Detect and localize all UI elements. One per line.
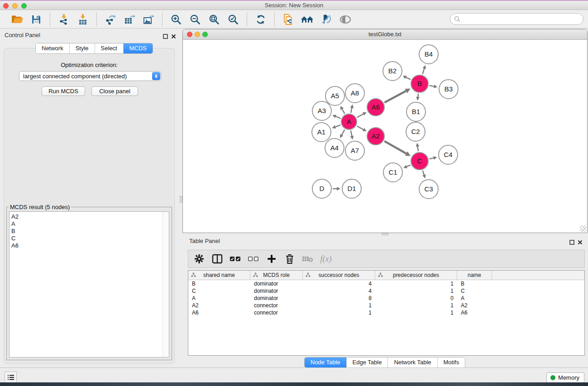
table-cell[interactable]: 8 bbox=[303, 295, 375, 302]
edge-C-C2[interactable] bbox=[418, 147, 418, 152]
table-cell[interactable]: dominator bbox=[250, 287, 303, 295]
delete-column-icon[interactable] bbox=[283, 252, 296, 266]
table-cell[interactable]: C bbox=[188, 287, 250, 295]
table-cell[interactable]: 1 bbox=[375, 287, 457, 295]
table-cell[interactable]: B bbox=[188, 280, 250, 287]
table-cell[interactable]: A bbox=[457, 295, 492, 302]
split-columns-icon[interactable] bbox=[211, 252, 224, 266]
add-column-icon[interactable] bbox=[265, 252, 278, 266]
edge-A-A6[interactable] bbox=[357, 114, 363, 118]
edge-B-B4[interactable] bbox=[422, 69, 424, 74]
edge-B-B2[interactable] bbox=[406, 77, 411, 80]
select-all-icon[interactable] bbox=[229, 252, 242, 266]
table-cell[interactable]: 4 bbox=[303, 287, 375, 295]
horizontal-splitter-handle[interactable] bbox=[382, 233, 388, 235]
tab-style[interactable]: Style bbox=[69, 43, 95, 53]
table-row[interactable]: A2connector11A2 bbox=[188, 302, 584, 309]
maximize-window-icon[interactable] bbox=[21, 3, 27, 9]
network-canvas[interactable]: B4B2BB3A5A8A6A3B1AC2A1A2A4A7CC1C4C3DD1 bbox=[183, 40, 587, 233]
refresh-icon[interactable] bbox=[253, 13, 268, 26]
task-history-button[interactable] bbox=[5, 372, 17, 383]
column-header-successor-nodes[interactable]: successor nodes bbox=[303, 271, 375, 280]
table-row[interactable]: Cdominator41C bbox=[188, 287, 584, 295]
edge-A-A3[interactable] bbox=[336, 116, 341, 118]
edge-C-C3[interactable] bbox=[423, 171, 424, 175]
network-minimize-icon[interactable] bbox=[195, 32, 200, 37]
show-graphics-icon[interactable] bbox=[338, 13, 353, 26]
close-panel-icon[interactable] bbox=[171, 33, 176, 41]
network-window-titlebar[interactable]: testGlobe.txt bbox=[183, 29, 587, 40]
home-networks-icon[interactable] bbox=[300, 13, 315, 26]
import-table-icon[interactable] bbox=[76, 13, 90, 26]
table-cell[interactable]: connector bbox=[250, 302, 303, 309]
import-network-icon[interactable] bbox=[57, 13, 71, 26]
table-row[interactable]: A6connector11A6 bbox=[188, 309, 584, 316]
column-header-MCDS-role[interactable]: MCDS role bbox=[250, 271, 303, 280]
resize-grip-icon[interactable] bbox=[580, 225, 586, 232]
gear-icon[interactable] bbox=[193, 252, 206, 266]
unselect-all-icon[interactable] bbox=[247, 252, 260, 266]
result-item[interactable]: C bbox=[11, 235, 169, 242]
result-item[interactable]: B bbox=[11, 228, 169, 235]
save-session-icon[interactable] bbox=[29, 13, 43, 26]
table-cell[interactable]: A bbox=[188, 295, 250, 302]
network-maximize-icon[interactable] bbox=[202, 32, 208, 37]
network-close-icon[interactable] bbox=[187, 32, 192, 37]
table-cell[interactable]: 0 bbox=[375, 295, 457, 302]
criterion-dropdown[interactable]: largest connected component (directed) bbox=[19, 71, 161, 81]
table-cell[interactable]: 1 bbox=[375, 280, 457, 287]
float-panel-icon[interactable] bbox=[163, 33, 168, 41]
export-table-icon[interactable] bbox=[122, 13, 137, 26]
table-cell[interactable]: A2 bbox=[457, 302, 492, 309]
table-cell[interactable]: A6 bbox=[457, 309, 492, 316]
tab-motifs[interactable]: Motifs bbox=[437, 357, 465, 367]
table-cell[interactable]: B bbox=[457, 280, 492, 287]
edge-A-A7[interactable] bbox=[351, 131, 352, 136]
result-item[interactable]: A2 bbox=[11, 213, 169, 220]
result-scrollbar[interactable] bbox=[163, 212, 169, 357]
close-panel-button[interactable]: Close panel bbox=[91, 86, 138, 96]
open-file-icon[interactable] bbox=[10, 13, 24, 26]
table-cell[interactable]: connector bbox=[250, 309, 303, 316]
toggle-annotations-icon[interactable] bbox=[319, 13, 334, 26]
table-cell[interactable]: 1 bbox=[375, 309, 457, 316]
tab-mcds[interactable]: MCDS bbox=[123, 43, 153, 53]
zoom-fit-icon[interactable] bbox=[207, 13, 221, 26]
tab-node-table[interactable]: Node Table bbox=[305, 357, 346, 367]
table-cell[interactable]: 1 bbox=[303, 309, 375, 316]
edge-A-A2[interactable] bbox=[357, 126, 363, 130]
memory-button[interactable]: Memory bbox=[546, 372, 584, 383]
table-cell[interactable]: dominator bbox=[250, 280, 303, 287]
column-header-predecessor-nodes[interactable]: predecessor nodes bbox=[375, 271, 457, 280]
zoom-selected-icon[interactable] bbox=[226, 13, 240, 26]
edge-A2-C[interactable] bbox=[384, 141, 406, 153]
mcds-result-list[interactable]: A2ABCA6 bbox=[9, 211, 169, 357]
search-field[interactable] bbox=[450, 13, 583, 25]
column-header-name[interactable]: name bbox=[457, 271, 492, 280]
result-item[interactable]: A bbox=[11, 220, 169, 228]
run-mcds-button[interactable]: Run MCDS bbox=[42, 86, 85, 96]
minimize-window-icon[interactable] bbox=[12, 3, 18, 9]
export-image-icon[interactable] bbox=[141, 13, 156, 26]
table-row[interactable]: Bdominator41B bbox=[188, 280, 584, 287]
edge-A-A1[interactable] bbox=[335, 125, 340, 127]
float-table-panel-icon[interactable] bbox=[569, 238, 574, 247]
tab-network-table[interactable]: Network Table bbox=[387, 357, 437, 367]
edge-C-C4[interactable] bbox=[429, 158, 433, 159]
close-window-icon[interactable] bbox=[3, 3, 9, 9]
zoom-in-icon[interactable] bbox=[169, 13, 183, 26]
edge-C-C1[interactable] bbox=[406, 165, 410, 167]
tab-network[interactable]: Network bbox=[36, 43, 69, 53]
table-row[interactable]: Adominator80A bbox=[188, 295, 584, 302]
edge-A-A8[interactable] bbox=[351, 108, 352, 113]
edge-B-B1[interactable] bbox=[418, 94, 418, 97]
table-cell[interactable]: C bbox=[457, 287, 492, 295]
close-table-panel-icon[interactable] bbox=[578, 238, 583, 247]
edge-B-B3[interactable] bbox=[430, 86, 434, 86]
table-cell[interactable]: A6 bbox=[188, 309, 250, 316]
search-input[interactable] bbox=[461, 16, 574, 23]
edge-A-A4[interactable] bbox=[342, 130, 344, 135]
column-header-shared-name[interactable]: shared name bbox=[188, 271, 250, 280]
table-cell[interactable]: dominator bbox=[250, 295, 303, 302]
table-cell[interactable]: 4 bbox=[303, 280, 375, 287]
